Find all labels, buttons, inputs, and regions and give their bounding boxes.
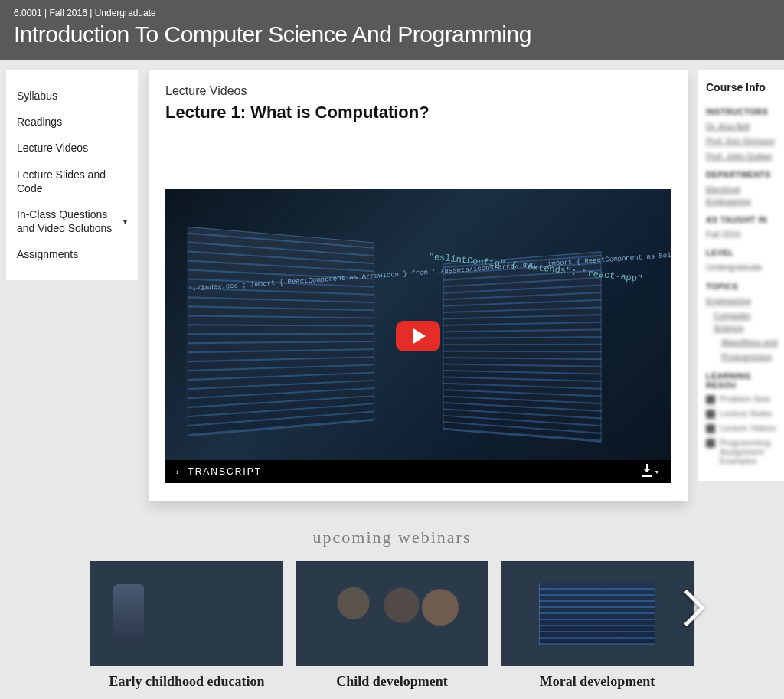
level-heading: LEVEL xyxy=(706,248,782,257)
instructor-link[interactable]: Prof. Eric Grimson xyxy=(706,136,782,147)
instructor-link[interactable]: Prof. John Guttag xyxy=(706,151,782,162)
page-header: 6.0001 | Fall 2016 | Undergraduate Intro… xyxy=(0,0,784,60)
play-button[interactable] xyxy=(396,321,440,351)
sidebar-item-lecture-videos[interactable]: Lecture Videos xyxy=(17,135,127,161)
department-link[interactable]: Electrical Engineering xyxy=(706,184,782,207)
webinar-caption: Moral development xyxy=(501,666,694,690)
topics-heading: TOPICS xyxy=(706,282,782,291)
sidebar-nav: Syllabus Readings Lecture Videos Lecture… xyxy=(6,70,138,280)
topic-link[interactable]: Programming xyxy=(706,351,782,363)
topic-link[interactable]: Algorithms and xyxy=(706,337,782,348)
caret-down-icon: ▾ xyxy=(655,469,660,475)
taught-heading: AS TAUGHT IN xyxy=(706,215,782,224)
webinar-thumbnail xyxy=(296,561,488,666)
resource-label: Lecture Notes xyxy=(720,409,772,418)
sidebar-item-lecture-slides[interactable]: Lecture Slides and Code xyxy=(17,162,127,201)
webinar-carousel: Early childhood education Child developm… xyxy=(0,561,784,690)
course-info-panel: Course Info INSTRUCTORS Dr. Ana Bell Pro… xyxy=(698,70,784,481)
webinar-card[interactable]: Child development xyxy=(296,561,488,690)
resource-item[interactable]: Problem Sets xyxy=(706,394,782,404)
sidebar-item-assignments[interactable]: Assignments xyxy=(17,241,127,267)
chevron-down-icon: ▾ xyxy=(123,217,127,227)
sidebar-item-label: Lecture Slides and Code xyxy=(17,168,127,195)
topic-link[interactable]: Computer Science xyxy=(706,310,782,334)
transcript-bar: › TRANSCRIPT ▾ xyxy=(165,460,671,483)
topic-link[interactable]: Engineering xyxy=(706,296,782,307)
resource-label: Problem Sets xyxy=(720,394,770,403)
sidebar-item-label: In-Class Questions and Video Solutions xyxy=(17,207,123,235)
course-info-heading: Course Info xyxy=(706,81,782,93)
resource-icon xyxy=(706,439,715,448)
resource-icon xyxy=(706,395,715,404)
webinar-caption: Early childhood education xyxy=(90,666,283,690)
webinar-thumbnail xyxy=(90,561,283,666)
sidebar-item-label: Lecture Videos xyxy=(17,141,88,155)
resource-label: Programming Assignment Examples xyxy=(720,438,782,465)
resources-heading: LEARNING RESOU xyxy=(706,371,782,390)
download-button[interactable]: ▾ xyxy=(642,466,660,477)
sidebar-item-label: Readings xyxy=(17,115,62,129)
resource-label: Lecture Videos xyxy=(720,423,776,433)
webinar-thumbnail xyxy=(501,561,694,666)
content-area: Lecture Videos Lecture 1: What is Comput… xyxy=(149,70,688,501)
transcript-toggle[interactable]: › TRANSCRIPT xyxy=(176,466,262,477)
chevron-right-icon: › xyxy=(176,468,180,476)
lecture-title: Lecture 1: What is Computation? xyxy=(165,103,671,129)
level-value: Undergraduate xyxy=(706,262,782,273)
departments-heading: DEPARTMENTS xyxy=(706,170,782,179)
resource-icon xyxy=(706,424,715,433)
main-layout: Syllabus Readings Lecture Videos Lecture… xyxy=(0,60,784,512)
video-player[interactable]: './index.css'; import { ReactComponent a… xyxy=(165,189,671,483)
sidebar-item-inclass-questions[interactable]: In-Class Questions and Video Solutions▾ xyxy=(17,201,127,241)
resource-item[interactable]: Programming Assignment Examples xyxy=(706,438,782,465)
course-title: Introduction To Computer Science And Pro… xyxy=(14,21,770,47)
webinars-heading: upcoming webinars xyxy=(0,528,784,547)
instructor-link[interactable]: Dr. Ana Bell xyxy=(706,121,782,132)
transcript-label: TRANSCRIPT xyxy=(188,466,262,477)
webinar-card[interactable]: Early childhood education xyxy=(90,561,283,690)
resource-item[interactable]: Lecture Videos xyxy=(706,423,782,433)
sidebar-item-label: Syllabus xyxy=(17,89,57,103)
section-label: Lecture Videos xyxy=(165,84,671,98)
resource-item[interactable]: Lecture Notes xyxy=(706,409,782,419)
taught-value: Fall 2016 xyxy=(706,229,782,240)
instructors-heading: INSTRUCTORS xyxy=(706,107,782,116)
webinar-caption: Child development xyxy=(296,666,488,690)
sidebar-item-readings[interactable]: Readings xyxy=(17,109,127,135)
course-meta: 6.0001 | Fall 2016 | Undergraduate xyxy=(14,8,770,18)
download-icon xyxy=(642,466,652,477)
webinars-section: upcoming webinars Early childhood educat… xyxy=(0,512,784,690)
webinar-card[interactable]: Moral development xyxy=(501,561,694,690)
resource-icon xyxy=(706,410,715,419)
sidebar-item-syllabus[interactable]: Syllabus xyxy=(17,83,127,109)
sidebar-item-label: Assignments xyxy=(17,247,78,261)
